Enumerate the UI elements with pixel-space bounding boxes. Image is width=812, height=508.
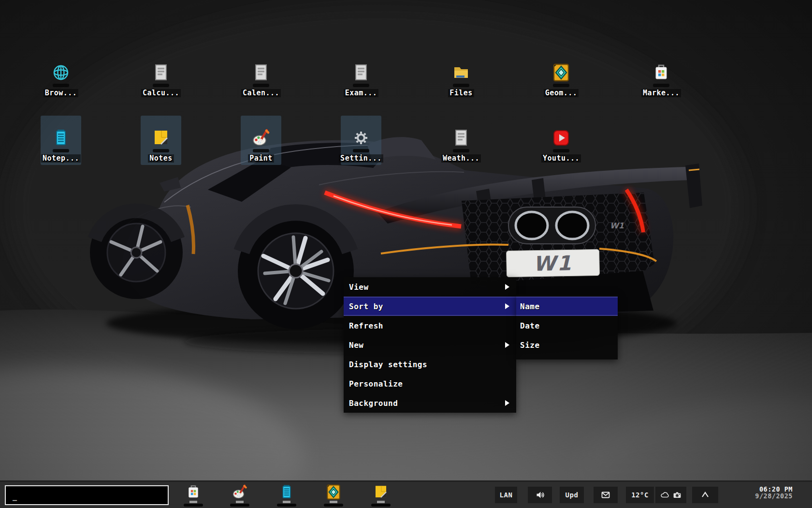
menu-item-label: Background (349, 399, 398, 408)
menu-item-display-settings[interactable]: Display settings (344, 355, 516, 374)
desktop-icon-weather[interactable]: Weath... (441, 116, 481, 165)
menu-item-new[interactable]: New (344, 335, 516, 355)
menu-item-label: Name (520, 302, 540, 311)
icon-label: Calen... (241, 89, 281, 97)
tray-weather-temperature[interactable]: 12°C (626, 487, 654, 503)
menu-item-label: Date (520, 321, 540, 330)
notepad-icon (278, 484, 295, 500)
icon-shadow (453, 149, 469, 152)
desktop-icon-settings[interactable]: Settin... (341, 116, 381, 165)
menu-item-personalize[interactable]: Personalize (344, 374, 516, 393)
tray-hidden-icons[interactable] (692, 487, 718, 503)
speaker-icon (535, 490, 545, 500)
notes-icon (151, 128, 171, 148)
clock-time: 06:20 PM (755, 486, 793, 493)
menu-item-label: New (349, 341, 363, 350)
notes-icon (373, 484, 389, 500)
taskbar-clock[interactable]: 06:20 PM 9/28/2025 (755, 486, 793, 499)
taskbar-app-notepad[interactable] (276, 484, 297, 507)
taskbar: _ LANUpd12°C 06:20 PM 9/28/2025 (0, 480, 812, 508)
paint-icon (232, 484, 248, 500)
desktop-icon-youtube[interactable]: Youtu... (541, 116, 581, 165)
menu-item-refresh[interactable]: Refresh (344, 316, 516, 335)
submenu-arrow-icon (505, 303, 509, 309)
geometry-icon (325, 484, 342, 500)
taskbar-app-notes[interactable] (370, 484, 392, 507)
desktop-icon-paint[interactable]: Paint (241, 116, 281, 165)
menu-item-sort-by[interactable]: Sort by (344, 297, 516, 316)
icon-shadow (353, 84, 369, 87)
icon-shadow (324, 504, 343, 507)
desktop-icon-files[interactable]: Files (441, 61, 481, 97)
running-indicator (330, 501, 337, 503)
files-icon (451, 63, 471, 82)
settings-icon (351, 128, 371, 148)
search-input[interactable]: _ (5, 485, 169, 505)
tray-volume[interactable] (528, 487, 552, 503)
icon-shadow (353, 149, 369, 152)
icon-shadow (153, 84, 169, 87)
text-cursor: _ (13, 493, 17, 501)
tray-label: Upd (566, 491, 579, 499)
tray-weather-icons[interactable] (655, 487, 686, 503)
running-indicator (189, 501, 197, 503)
icon-label: Weath... (441, 154, 481, 163)
menu-item-date[interactable]: Date (516, 316, 618, 335)
icon-shadow (53, 84, 69, 87)
browser-icon (51, 63, 71, 82)
icon-shadow (184, 504, 203, 507)
calendar-icon (251, 63, 271, 82)
menu-item-background[interactable]: Background (344, 393, 516, 413)
calculator-icon (151, 63, 171, 82)
submenu-arrow-icon (505, 400, 509, 406)
taskbar-app-marketplace[interactable] (183, 484, 204, 507)
icon-shadow (553, 149, 569, 152)
desktop-icon-exam[interactable]: Exam... (341, 61, 381, 97)
icon-label: Calcu... (141, 89, 181, 97)
running-indicator (236, 501, 244, 503)
menu-item-view[interactable]: View (344, 277, 516, 297)
cloud-icon (660, 490, 670, 500)
tray-mail[interactable] (594, 487, 618, 503)
icon-shadow (553, 84, 569, 87)
tray-label: 12°C (631, 491, 649, 499)
submenu-arrow-icon (505, 342, 509, 348)
icon-label: Exam... (344, 89, 379, 97)
desktop[interactable]: W1 W1 (0, 0, 812, 508)
marketplace-icon (652, 63, 671, 82)
tray-updates[interactable]: Upd (560, 487, 584, 503)
taskbar-app-paint[interactable] (229, 484, 250, 507)
sort-by-submenu: NameDateSize (516, 295, 618, 359)
weather-icon (451, 128, 471, 148)
menu-item-label: Refresh (349, 321, 383, 330)
icon-shadow (277, 504, 296, 507)
chevron-up-icon (700, 490, 710, 500)
clock-date: 9/28/2025 (755, 493, 793, 499)
icon-label: Notep... (41, 154, 81, 163)
menu-item-size[interactable]: Size (516, 335, 618, 355)
icon-label: Notes (148, 154, 174, 163)
menu-item-name[interactable]: Name (516, 297, 618, 316)
icon-shadow (230, 504, 249, 507)
icon-label: Paint (248, 154, 274, 163)
running-indicator (283, 501, 290, 503)
desktop-icon-geometry[interactable]: Geom... (541, 61, 581, 97)
icon-label: Youtu... (541, 154, 581, 163)
desktop-icon-browser[interactable]: Brow... (41, 61, 81, 97)
marketplace-icon (185, 484, 202, 500)
tray-network-status[interactable]: LAN (495, 487, 517, 503)
desktop-icon-marketplace[interactable]: Marke... (641, 61, 682, 97)
icon-shadow (253, 84, 269, 87)
desktop-icon-notepad[interactable]: Notep... (41, 116, 81, 165)
desktop-icon-calculator[interactable]: Calcu... (141, 61, 181, 97)
taskbar-app-geometry[interactable] (323, 484, 344, 507)
menu-item-label: View (349, 283, 369, 292)
icon-label: Files (448, 89, 474, 97)
tray-label: LAN (500, 491, 513, 499)
desktop-icon-notes[interactable]: Notes (141, 116, 181, 165)
mail-icon (601, 490, 610, 500)
icon-label: Marke... (641, 89, 681, 97)
icon-label: Settin... (339, 154, 383, 163)
desktop-icon-calendar[interactable]: Calen... (241, 61, 281, 97)
geometry-icon (551, 63, 571, 82)
